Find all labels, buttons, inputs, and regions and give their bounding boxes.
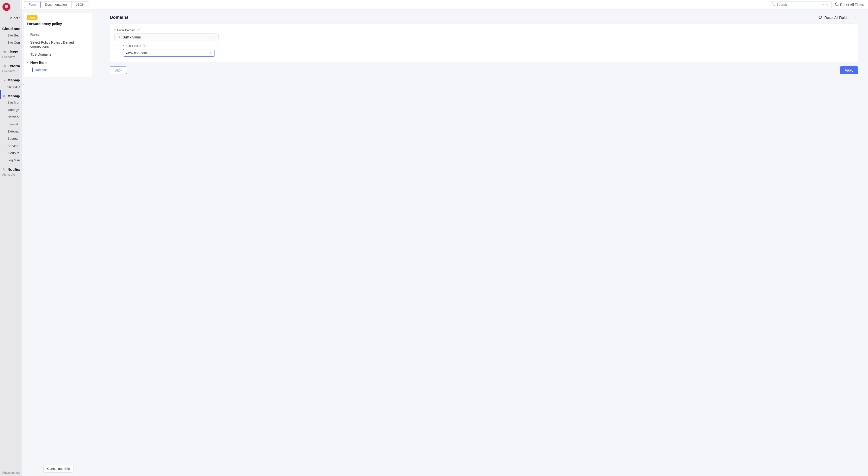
nav-tls-domains[interactable]: TLS Domains: [24, 51, 92, 58]
gear-icon: [2, 78, 6, 82]
apply-button[interactable]: Apply: [840, 66, 858, 74]
section-managed2-label: Manage: [7, 94, 20, 98]
svg-point-14: [118, 37, 118, 38]
section-sub: Overview: [0, 55, 20, 60]
modal-panel: Form Documentation JSON Reset All Fields…: [20, 0, 868, 476]
section-fleets: Fleets: [0, 46, 20, 55]
section-managed1: Manage: [0, 74, 20, 83]
select-service-label: Select s: [8, 16, 20, 20]
tab-form[interactable]: Form: [24, 1, 41, 8]
section-notif-label: Notifica: [7, 167, 20, 171]
section-sub: Alerts, Au: [0, 172, 20, 178]
svg-rect-2: [3, 52, 4, 53]
section-sub: Overview: [0, 69, 20, 74]
nav-item[interactable]: Secrets: [0, 135, 20, 142]
collapse-icon[interactable]: [855, 15, 858, 20]
nav-item[interactable]: Site Man: [0, 99, 20, 106]
grid-icon: [3, 17, 6, 20]
svg-rect-1: [4, 51, 5, 51]
suffix-value-label: * Suffix Value: [123, 44, 854, 47]
reset-icon: [818, 15, 822, 20]
form-main: Domains Reset All Fields * Enter Domain …: [92, 9, 868, 476]
search-next-icon[interactable]: [826, 3, 829, 7]
search-clear-icon[interactable]: [830, 3, 833, 7]
section-managed2: Manage: [0, 90, 20, 99]
svg-point-6: [772, 3, 774, 5]
f5-logo: f5: [2, 3, 10, 11]
wrench-icon: [2, 94, 6, 98]
search-input[interactable]: [777, 3, 818, 6]
reset-all-card-label: Reset All Fields: [825, 15, 848, 20]
cancel-exit-button[interactable]: Cancel and Exit: [43, 465, 73, 473]
svg-point-15: [119, 36, 120, 37]
section-fleets-label: Fleets: [7, 50, 18, 54]
select-value-text: Suffix Value: [123, 35, 208, 39]
external-icon: [2, 64, 6, 68]
new-badge: New: [27, 15, 37, 20]
chevron-down-icon[interactable]: [213, 35, 216, 39]
svg-rect-3: [4, 52, 5, 53]
enter-domain-label-text: Enter Domain: [117, 29, 135, 32]
branch-icon: [117, 35, 121, 39]
reset-all-label: Reset All Fields: [840, 3, 864, 7]
enter-domain-select[interactable]: Suffix Value: [115, 33, 219, 41]
nav-select-policy[interactable]: Select Policy Rules : Denied connections: [24, 38, 92, 51]
bell-icon: [2, 167, 6, 171]
nav-item[interactable]: Site Sec: [0, 32, 20, 39]
reset-icon: [835, 2, 839, 7]
nav-new-item[interactable]: New Item: [24, 58, 92, 66]
nav-item[interactable]: Log Man: [0, 157, 20, 164]
nav-item[interactable]: Alerts M: [0, 149, 20, 157]
topbar: Form Documentation JSON Reset All Fields: [20, 0, 868, 9]
select-service[interactable]: Select s: [0, 14, 20, 23]
domains-card: * Enter Domain Suffix Value * Suffix Val…: [110, 24, 858, 62]
tab-json[interactable]: JSON: [71, 1, 89, 8]
back-button[interactable]: Back: [110, 66, 127, 74]
form-nav-panel: New Forward proxy policy Rules Select Po…: [24, 13, 92, 77]
svg-line-7: [774, 5, 775, 6]
nav-item[interactable]: Manage: [0, 106, 20, 114]
search-prev-icon[interactable]: [822, 3, 825, 7]
section-cloud: Cloud and: [0, 23, 20, 32]
clear-icon[interactable]: [209, 51, 212, 55]
search-box[interactable]: [770, 1, 832, 8]
fleets-icon: [2, 50, 6, 54]
nav-item-firewall[interactable]: Firewall: [0, 121, 20, 128]
policy-title: Forward proxy policy: [24, 20, 92, 29]
nav-item[interactable]: Site Con: [0, 39, 20, 46]
clear-icon[interactable]: [208, 35, 211, 39]
nav-rules[interactable]: Rules: [24, 31, 92, 38]
nav-item[interactable]: Service: [0, 142, 20, 149]
section-managed1-label: Manage: [7, 78, 20, 82]
svg-rect-0: [3, 51, 4, 51]
suffix-value-input-wrap[interactable]: [123, 49, 215, 57]
info-icon[interactable]: [143, 44, 146, 47]
advanced-nav[interactable]: Advanced nav: [0, 470, 20, 476]
info-icon[interactable]: [137, 28, 140, 32]
svg-point-5: [4, 80, 5, 81]
enter-domain-label: * Enter Domain: [115, 28, 854, 32]
nav-domains[interactable]: Domains: [24, 66, 92, 73]
view-tabs: Form Documentation JSON: [24, 1, 89, 8]
tab-documentation[interactable]: Documentation: [40, 1, 71, 8]
suffix-value-input[interactable]: [126, 51, 209, 55]
nav-item[interactable]: Overview: [0, 83, 20, 90]
search-icon: [771, 2, 775, 7]
left-sidebar: f5 Select s Cloud and Site Sec Site Con …: [0, 0, 20, 476]
reset-all-fields-top[interactable]: Reset All Fields: [835, 2, 864, 7]
reset-all-fields-card[interactable]: Reset All Fields: [818, 15, 858, 20]
section-external-label: Externa: [7, 64, 20, 68]
nav-item[interactable]: Network: [0, 114, 20, 121]
page-title: Domains: [110, 15, 129, 20]
svg-point-13: [118, 36, 118, 36]
section-notifications: Notifica: [0, 164, 20, 172]
suffix-value-label-text: Suffix Value: [126, 44, 141, 47]
nav-item[interactable]: External: [0, 128, 20, 135]
section-external: Externa: [0, 60, 20, 69]
